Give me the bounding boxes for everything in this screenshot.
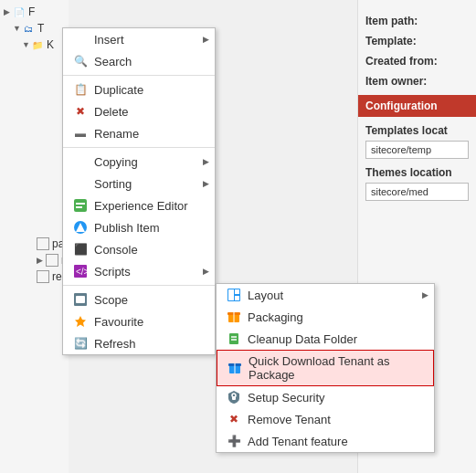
restriction-icon: [37, 270, 49, 283]
menu-item-scripts[interactable]: </> Scripts: [63, 260, 215, 282]
svg-rect-17: [229, 333, 238, 344]
menu-item-experience-editor[interactable]: Experience Editor: [63, 194, 215, 216]
add-icon: ➕: [226, 434, 242, 448]
menu-item-cleanup[interactable]: Cleanup Data Folder: [217, 328, 434, 350]
menu-item-remove-tenant[interactable]: ✖ Remove Tenant: [217, 408, 434, 430]
rename-icon: ▬: [72, 126, 89, 141]
menu-item-scope[interactable]: Scope: [63, 289, 215, 310]
menu-item-rename[interactable]: ▬ Rename: [63, 122, 215, 144]
delete-icon: ✖: [72, 104, 89, 119]
download-icon: [227, 361, 243, 375]
menu-item-sorting[interactable]: Sorting: [63, 173, 215, 194]
svg-rect-13: [235, 296, 239, 300]
scripts-icon: </>: [72, 264, 89, 279]
insert-icon: [72, 32, 89, 47]
menu-item-copying[interactable]: Copying: [63, 151, 215, 173]
created-from-label: Created from:: [365, 55, 469, 68]
menu-item-packaging[interactable]: Packaging: [217, 306, 434, 328]
menu-item-quick-download[interactable]: Quick Download Tenant as Package: [217, 350, 434, 386]
tree-item-r[interactable]: ▶ r: [37, 252, 65, 268]
svg-rect-1: [76, 203, 85, 205]
cleanup-icon: [226, 331, 242, 346]
separator-3: [63, 285, 215, 286]
separator-2: [63, 147, 215, 148]
template-label: Template:: [365, 35, 469, 47]
console-icon: ⬛: [72, 242, 89, 257]
security-icon: [226, 390, 242, 405]
tree-item-f[interactable]: ▶ 📄 F: [4, 4, 65, 20]
file-icon: 📄: [13, 5, 26, 18]
templates-value[interactable]: sitecore/temp: [365, 141, 469, 159]
context-menu-scripts-submenu: Layout Packaging Cleanup Data Folder Qui…: [216, 283, 435, 453]
svg-rect-11: [228, 289, 234, 300]
context-menu-primary: Insert 🔍 Search 📋 Duplicate ✖ Delete ▬ R…: [62, 27, 216, 355]
k-icon: 📁: [31, 38, 44, 51]
svg-rect-0: [74, 199, 87, 212]
item-owner-label: Item owner:: [365, 75, 469, 88]
layout-icon: [226, 288, 242, 302]
search-icon: 🔍: [72, 54, 89, 68]
separator-1: [63, 75, 215, 76]
item-path-label: Item path:: [365, 15, 469, 27]
menu-item-insert[interactable]: Insert: [63, 28, 215, 50]
menu-item-favourite[interactable]: Favourite: [63, 310, 215, 332]
svg-rect-8: [76, 296, 85, 303]
menu-item-layout[interactable]: Layout: [217, 284, 434, 306]
menu-item-console[interactable]: ⬛ Console: [63, 238, 215, 260]
publish-icon: [72, 220, 89, 235]
tree-item-t[interactable]: ▼ 🗂 T: [4, 20, 65, 37]
sorting-icon: [72, 176, 89, 191]
paralax-icon: [37, 237, 49, 250]
menu-item-publish[interactable]: Publish Item: [63, 216, 215, 238]
r-icon: [46, 254, 58, 267]
favourite-icon: [72, 314, 89, 329]
duplicate-icon: 📋: [72, 82, 89, 97]
menu-item-duplicate[interactable]: 📋 Duplicate: [63, 79, 215, 100]
menu-item-search[interactable]: 🔍 Search: [63, 50, 215, 72]
packaging-icon: [226, 310, 242, 324]
experience-icon: [72, 198, 89, 213]
themes-location-label: Themes location: [365, 166, 469, 179]
configuration-tab[interactable]: Configuration: [358, 95, 476, 117]
svg-rect-2: [76, 206, 82, 208]
themes-value[interactable]: sitecore/med: [365, 183, 469, 201]
templates-location-label: Templates locat: [365, 124, 469, 137]
copying-icon: [72, 154, 89, 169]
svg-text:</>: </>: [76, 267, 88, 277]
left-tree: ▶ 📄 F ▼ 🗂 T ▼ 📁 K paralax ▶ r: [0, 0, 69, 473]
menu-item-setup-security[interactable]: Setup Security: [217, 386, 434, 408]
svg-rect-12: [235, 289, 239, 294]
remove-icon: ✖: [226, 412, 242, 426]
template-icon: 🗂: [22, 22, 35, 35]
tree-item-k[interactable]: ▼ 📁 K: [4, 37, 65, 53]
menu-item-refresh[interactable]: 🔄 Refresh: [63, 332, 215, 354]
tree-item-paralax[interactable]: paralax: [37, 236, 65, 252]
refresh-icon: 🔄: [72, 336, 89, 351]
menu-item-delete[interactable]: ✖ Delete: [63, 100, 215, 122]
tree-item-restriction[interactable]: restriction: [37, 268, 65, 285]
menu-item-add-tenant-feature[interactable]: ➕ Add Tenant feature: [217, 430, 434, 452]
svg-marker-9: [75, 316, 86, 327]
scope-icon: [72, 292, 89, 307]
